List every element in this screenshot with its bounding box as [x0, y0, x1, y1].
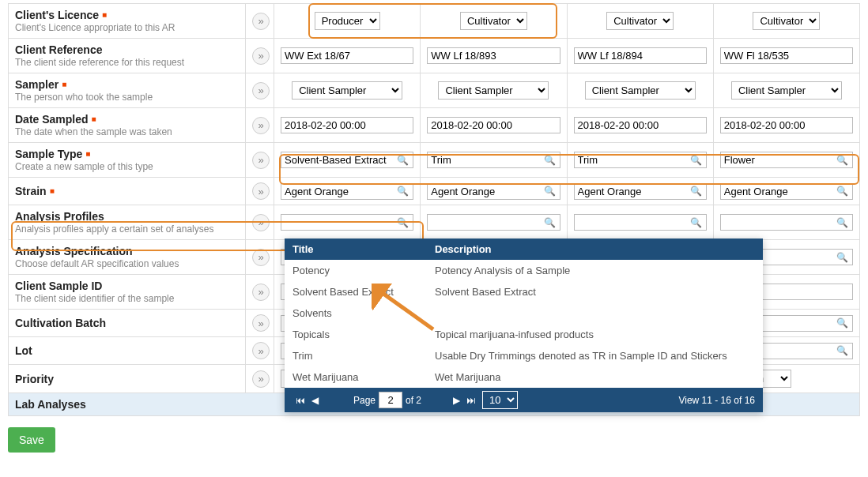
lot-label: Lot	[15, 344, 32, 357]
pager-page-label: Page	[353, 395, 376, 406]
dropdown-pager: ⏮ ◀ Page of 2 ▶ ⏭ 10 View 11 - 16 of 16	[285, 388, 763, 412]
aprof-label: Analysis Profiles	[15, 210, 104, 223]
aprof-input[interactable]	[281, 214, 413, 231]
samptype-sublabel: Create a new sample of this type	[15, 161, 239, 172]
copy-across-icon[interactable]: »	[252, 249, 270, 266]
aprof-input[interactable]	[720, 214, 853, 231]
strain-label: Strain	[15, 185, 47, 197]
pager-viewing-label: View 11 - 16 of 16	[678, 395, 755, 406]
pager-next-icon[interactable]: ▶	[453, 395, 460, 406]
dropdown-item[interactable]: Solvents	[285, 302, 763, 324]
licence-select[interactable]: Producer	[315, 12, 380, 30]
labanalyses-label: Lab Analyses	[15, 398, 86, 411]
sampler-sublabel: The person who took the sample	[15, 92, 239, 103]
pager-of-label: of 2	[406, 395, 421, 406]
clientref-label: Client Reference	[15, 43, 102, 56]
samptype-input[interactable]	[574, 152, 707, 168]
licence-select[interactable]: Cultivator	[606, 12, 674, 30]
aspec-label: Analysis Specification	[15, 245, 133, 257]
copy-across-icon[interactable]: »	[252, 82, 270, 100]
samptype-input[interactable]	[720, 152, 853, 168]
req-dot: ■	[62, 80, 66, 88]
csid-sublabel: The client side identifier of the sample	[15, 293, 239, 304]
datesamp-label: Date Sampled	[15, 113, 89, 126]
req-dot: ■	[85, 149, 90, 158]
aprof-input[interactable]	[427, 214, 560, 231]
pager-first-icon[interactable]: ⏮	[296, 395, 305, 406]
clientref-sublabel: The client side reference for this reque…	[15, 57, 239, 68]
strain-input[interactable]	[574, 183, 707, 200]
samptype-input[interactable]	[281, 152, 413, 168]
copy-across-icon[interactable]: »	[252, 370, 270, 388]
copy-across-icon[interactable]: »	[252, 152, 270, 169]
copy-across-icon[interactable]: »	[252, 47, 270, 65]
datesamp-input[interactable]	[720, 117, 853, 133]
pager-prev-icon[interactable]: ◀	[311, 395, 319, 406]
licence-select[interactable]: Cultivator	[460, 12, 527, 30]
pager-last-icon[interactable]: ⏭	[466, 395, 476, 406]
sampler-select[interactable]: Client Sampler	[731, 81, 842, 100]
strain-input[interactable]	[427, 183, 560, 200]
dropdown-item[interactable]: Solvent Based ExtractSolvent Based Extra…	[285, 281, 763, 302]
licence-label: Client's Licence	[15, 9, 99, 21]
aprof-sublabel: Analysis profiles apply a certain set of…	[15, 223, 239, 235]
priority-label: Priority	[15, 373, 54, 385]
analysis-profiles-dropdown: Title Description PotencyPotency Analysi…	[285, 238, 763, 412]
dropdown-header-desc: Description	[427, 238, 500, 260]
req-dot: ■	[102, 10, 107, 19]
datesamp-input[interactable]	[574, 117, 707, 133]
datesamp-input[interactable]	[281, 117, 413, 133]
dropdown-item[interactable]: Wet MarijuanaWet Marijuana	[285, 366, 763, 388]
save-button[interactable]: Save	[8, 427, 55, 453]
csid-label: Client Sample ID	[15, 280, 102, 292]
dropdown-item[interactable]: PotencyPotency Analysis of a Sample	[285, 260, 763, 281]
copy-across-icon[interactable]: »	[252, 342, 270, 359]
aspec-sublabel: Choose default AR specification values	[15, 258, 239, 269]
samptype-label: Sample Type	[15, 148, 82, 160]
req-dot: ■	[50, 186, 55, 195]
licence-select[interactable]: Cultivator	[753, 12, 820, 30]
sampler-label: Sampler	[15, 78, 58, 91]
copy-across-icon[interactable]: »	[252, 214, 270, 231]
clientref-input[interactable]	[574, 47, 707, 64]
pager-perpage-select[interactable]: 10	[482, 391, 518, 409]
licence-sublabel: Client's Licence appropriate to this AR	[15, 22, 239, 33]
sampler-select[interactable]: Client Sampler	[585, 81, 696, 100]
clientref-input[interactable]	[720, 47, 853, 64]
samptype-input[interactable]	[427, 152, 560, 168]
dropdown-item[interactable]: TrimUsable Dry Trimmings denoted as TR i…	[285, 345, 763, 366]
strain-input[interactable]	[720, 183, 853, 200]
aprof-input[interactable]	[574, 214, 707, 231]
dropdown-header-title: Title	[285, 238, 427, 260]
pager-page-input[interactable]	[379, 392, 402, 408]
copy-across-icon[interactable]: »	[252, 182, 270, 200]
sampler-select[interactable]: Client Sampler	[292, 81, 402, 100]
copy-across-icon[interactable]: »	[252, 284, 270, 301]
copy-across-icon[interactable]: »	[252, 314, 270, 332]
datesamp-sublabel: The date when the sample was taken	[15, 126, 239, 137]
dropdown-item[interactable]: TopicalsTopical marijuana-infused produc…	[285, 324, 763, 345]
clientref-input[interactable]	[281, 47, 413, 64]
clientref-input[interactable]	[427, 47, 560, 64]
copy-across-icon[interactable]: »	[252, 13, 270, 30]
strain-input[interactable]	[281, 183, 413, 200]
datesamp-input[interactable]	[427, 117, 560, 133]
copy-across-icon[interactable]: »	[252, 117, 270, 134]
req-dot: ■	[92, 115, 96, 123]
cultbatch-label: Cultivation Batch	[15, 317, 106, 329]
sampler-select[interactable]: Client Sampler	[438, 81, 549, 100]
